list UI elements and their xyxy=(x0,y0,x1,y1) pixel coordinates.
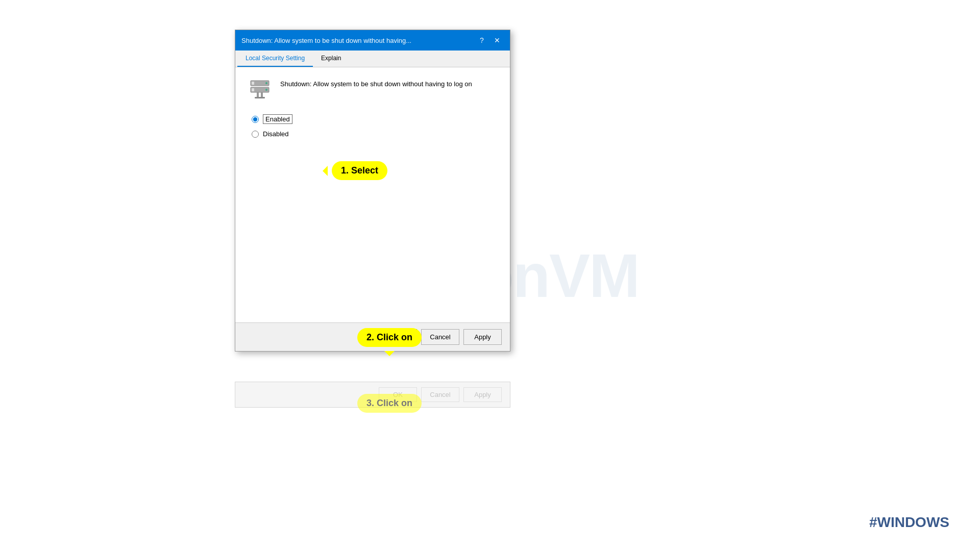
title-bar-left: Shutdown: Allow system to be shut down w… xyxy=(241,37,475,44)
svg-rect-6 xyxy=(257,92,259,97)
cancel-button[interactable]: Cancel xyxy=(421,329,459,345)
radio-group: Enabled Disabled xyxy=(252,114,498,138)
radio-enabled[interactable] xyxy=(252,116,259,123)
help-button[interactable]: ? xyxy=(475,34,488,47)
title-bar-controls: ? ✕ xyxy=(475,34,504,47)
svg-point-4 xyxy=(265,82,267,84)
shadow-apply-button: Apply xyxy=(463,387,502,402)
callout-click-on-echo: 3. Click on xyxy=(357,394,422,413)
svg-rect-8 xyxy=(255,97,265,98)
shadow-cancel-button: Cancel xyxy=(421,387,459,402)
apply-button[interactable]: Apply xyxy=(463,329,502,345)
server-icon xyxy=(248,78,272,102)
radio-disabled[interactable] xyxy=(252,131,259,138)
svg-point-5 xyxy=(265,89,267,91)
callout-select: 1. Select xyxy=(332,161,387,180)
close-button[interactable]: ✕ xyxy=(491,34,504,47)
main-dialog: Shutdown: Allow system to be shut down w… xyxy=(235,30,510,352)
radio-option-enabled: Enabled xyxy=(252,114,498,124)
callout-click-on: 2. Click on xyxy=(357,328,422,347)
tab-local-security-setting[interactable]: Local Security Setting xyxy=(237,51,313,67)
tab-explain[interactable]: Explain xyxy=(313,51,349,67)
radio-option-disabled: Disabled xyxy=(252,130,498,138)
header-section: Shutdown: Allow system to be shut down w… xyxy=(248,78,498,102)
dialog-content: Shutdown: Allow system to be shut down w… xyxy=(235,67,510,322)
svg-rect-3 xyxy=(252,88,254,91)
radio-enabled-label: Enabled xyxy=(263,114,292,124)
title-bar: Shutdown: Allow system to be shut down w… xyxy=(235,30,510,51)
tab-bar: Local Security Setting Explain xyxy=(235,51,510,67)
dialog-title: Shutdown: Allow system to be shut down w… xyxy=(241,37,411,44)
svg-rect-7 xyxy=(261,92,263,97)
svg-rect-2 xyxy=(252,82,254,85)
header-text: Shutdown: Allow system to be shut down w… xyxy=(280,78,472,89)
radio-disabled-label: Disabled xyxy=(263,130,289,138)
windows-tag: #WINDOWS xyxy=(869,514,949,531)
